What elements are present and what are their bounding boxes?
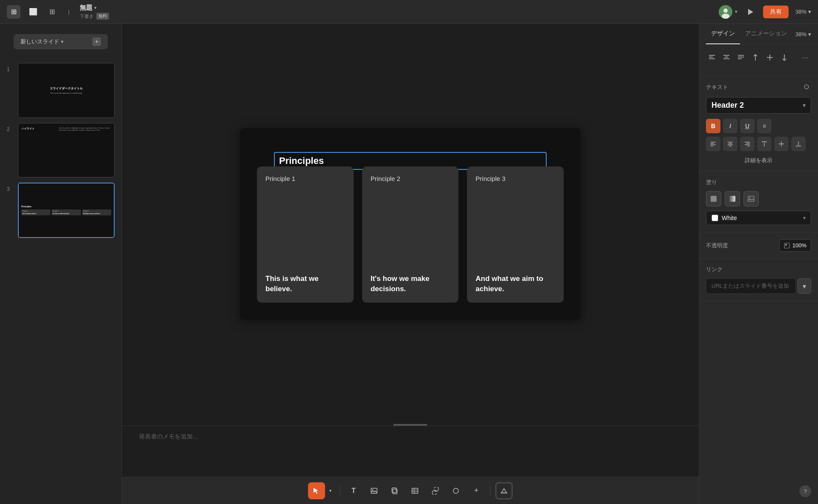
link-tool-button[interactable] bbox=[427, 482, 444, 499]
select-tool-group: ▾ bbox=[308, 482, 334, 499]
slide-item[interactable]: 1 スライドダークタイトル This is just the beginning… bbox=[7, 63, 115, 118]
slide-card[interactable]: Principle 1 This is what we believe. bbox=[257, 166, 354, 303]
slide-card-title: Principle 1 bbox=[265, 175, 345, 182]
text-align-buttons bbox=[706, 137, 811, 151]
valign-top-text-button[interactable] bbox=[757, 137, 772, 151]
more-align-button[interactable]: ··· bbox=[799, 52, 811, 63]
slide-thumbnail-active[interactable]: Principles Principle 1 This is what we b… bbox=[18, 183, 115, 238]
italic-button[interactable]: I bbox=[723, 119, 737, 133]
svg-point-1 bbox=[723, 9, 728, 13]
new-slide-button[interactable]: 新しいスライド ▾ ＋ bbox=[14, 34, 108, 49]
fill-image-button[interactable] bbox=[743, 191, 759, 206]
text-section-label: テキスト bbox=[706, 83, 728, 91]
slide-card[interactable]: Principle 3 And what we aim to achieve. bbox=[467, 166, 564, 303]
copy-tool-button[interactable] bbox=[386, 482, 403, 499]
text-align-left-button[interactable] bbox=[706, 137, 720, 151]
text-style-dropdown[interactable]: Header 2 ▾ bbox=[706, 97, 811, 114]
add-button[interactable]: + bbox=[468, 482, 485, 499]
zoom-chevron: ▾ bbox=[808, 31, 811, 37]
bottom-toolbar: ▾ T + bbox=[122, 477, 699, 504]
select-tool-chevron[interactable]: ▾ bbox=[326, 482, 334, 499]
slide-number: 3 bbox=[7, 183, 14, 192]
doc-title[interactable]: 無題 bbox=[80, 4, 92, 12]
slide-number: 1 bbox=[7, 63, 14, 72]
app-icon[interactable]: ⊞ bbox=[7, 5, 20, 19]
align-left-button[interactable] bbox=[706, 52, 718, 63]
image-tool-button[interactable] bbox=[366, 482, 383, 499]
align-justify-button[interactable] bbox=[735, 52, 747, 63]
thumb-card: Principle 1 This is what we believe. bbox=[21, 209, 50, 215]
format-buttons: B I U ≡ bbox=[706, 119, 811, 133]
zoom-value: 38% bbox=[795, 9, 806, 15]
text-align-right-button[interactable] bbox=[740, 137, 755, 151]
fill-color-dropdown[interactable]: White ▾ bbox=[706, 211, 811, 225]
slide-number: 2 bbox=[7, 123, 14, 132]
text-tool-button[interactable]: T bbox=[345, 482, 362, 499]
play-button[interactable] bbox=[744, 6, 756, 18]
valign-middle-button[interactable] bbox=[764, 52, 776, 63]
notes-area[interactable]: 発表者のメモを追加... bbox=[122, 426, 699, 477]
help-button[interactable]: ? bbox=[799, 485, 811, 497]
user-avatar[interactable] bbox=[719, 5, 732, 19]
text-section-header: テキスト bbox=[706, 83, 811, 92]
svg-rect-54 bbox=[748, 196, 754, 201]
valign-top-button[interactable] bbox=[749, 52, 761, 63]
slide-item[interactable]: 2 ハイライト Like this slide, to highlight a … bbox=[7, 123, 115, 178]
slide-list: 1 スライドダークタイトル This is just the beginning… bbox=[0, 60, 121, 504]
notes-placeholder: 発表者のメモを追加... bbox=[139, 433, 682, 441]
thumb-cards: Principle 1 This is what we believe. Pri… bbox=[21, 209, 111, 215]
eraser-button[interactable] bbox=[495, 482, 513, 499]
align-center-button[interactable] bbox=[720, 52, 732, 63]
doc-subtitle: 下書き bbox=[80, 13, 94, 20]
thumb-card: Principle 2 It's how we make decisions. bbox=[52, 209, 81, 215]
valign-bottom-button[interactable] bbox=[778, 52, 790, 63]
main-layout: 新しいスライド ▾ ＋ 1 スライドダークタイトル This is just t… bbox=[0, 24, 818, 504]
link-input[interactable]: URLまたはスライド番号を追加 bbox=[706, 278, 796, 294]
sidebar-toggle[interactable]: ⬜ bbox=[27, 6, 39, 18]
slide-thumbnail[interactable]: スライドダークタイトル This is just the beginning o… bbox=[18, 63, 115, 118]
align-icons-row: ··· bbox=[706, 52, 811, 63]
tab-animation[interactable]: アニメーション bbox=[740, 24, 792, 44]
toolbar-separator bbox=[340, 486, 340, 496]
shape-tool-button[interactable] bbox=[447, 482, 464, 499]
valign-bottom-text-button[interactable] bbox=[791, 137, 806, 151]
left-panel: 新しいスライド ▾ ＋ 1 スライドダークタイトル This is just t… bbox=[0, 24, 122, 504]
tab-design[interactable]: デザイン bbox=[706, 24, 740, 44]
right-panel: デザイン アニメーション 38% ▾ bbox=[699, 24, 818, 504]
slide-thumbnail[interactable]: ハイライト Like this slide, to highlight a si… bbox=[18, 123, 115, 178]
fill-gradient-button[interactable] bbox=[725, 191, 740, 206]
thumb-title: スライドダークタイトル bbox=[50, 86, 83, 91]
slide-card-body: It's how we make decisions. bbox=[371, 274, 450, 294]
avatar-chevron[interactable]: ▾ bbox=[735, 9, 737, 14]
zoom-display[interactable]: 38% ▾ bbox=[795, 24, 811, 44]
text-align-center-button[interactable] bbox=[723, 137, 737, 151]
fill-section-title: 塗り bbox=[706, 178, 811, 186]
top-bar: ⊞ ⬜ ⊞ | 無題 ▾ 下書き 無料 ▾ 共有 38% ▾ bbox=[0, 0, 818, 24]
link-dropdown-button[interactable]: ▾ bbox=[798, 278, 811, 294]
grid-toggle[interactable]: ⊞ bbox=[46, 6, 58, 18]
doc-title-chevron[interactable]: ▾ bbox=[94, 5, 97, 11]
text-ai-button[interactable] bbox=[802, 83, 811, 92]
svg-rect-53 bbox=[729, 196, 735, 202]
select-tool-button[interactable] bbox=[308, 482, 325, 499]
slide-canvas[interactable]: Principle 1 This is what we believe. Pri… bbox=[240, 128, 581, 320]
slide-card-title: Principle 3 bbox=[475, 175, 555, 182]
slide-card[interactable]: Principle 2 It's how we make decisions. bbox=[362, 166, 459, 303]
list-button[interactable]: ≡ bbox=[757, 119, 772, 133]
toolbar-separator bbox=[490, 486, 490, 496]
zoom-control[interactable]: 38% ▾ bbox=[795, 9, 811, 15]
show-details-button[interactable]: 詳細を表示 bbox=[706, 157, 811, 164]
share-button[interactable]: 共有 bbox=[763, 6, 789, 18]
underline-button[interactable]: U bbox=[740, 119, 755, 133]
zoom-chevron: ▾ bbox=[808, 9, 811, 15]
fill-solid-button[interactable] bbox=[706, 191, 721, 206]
text-style-value: Header 2 bbox=[711, 101, 744, 110]
slide-item[interactable]: 3 Principles Principle 1 This is what we… bbox=[7, 183, 115, 238]
valign-mid-text-button[interactable] bbox=[774, 137, 789, 151]
bold-button[interactable]: B bbox=[706, 119, 720, 133]
thumb-body: This is just the beginning of something … bbox=[50, 92, 83, 94]
table-tool-button[interactable] bbox=[406, 482, 423, 499]
fill-color-value: White bbox=[722, 215, 737, 221]
opacity-input[interactable]: 100% bbox=[779, 239, 811, 252]
thumb-body: Like this slide, to highlight a single, … bbox=[59, 127, 112, 132]
